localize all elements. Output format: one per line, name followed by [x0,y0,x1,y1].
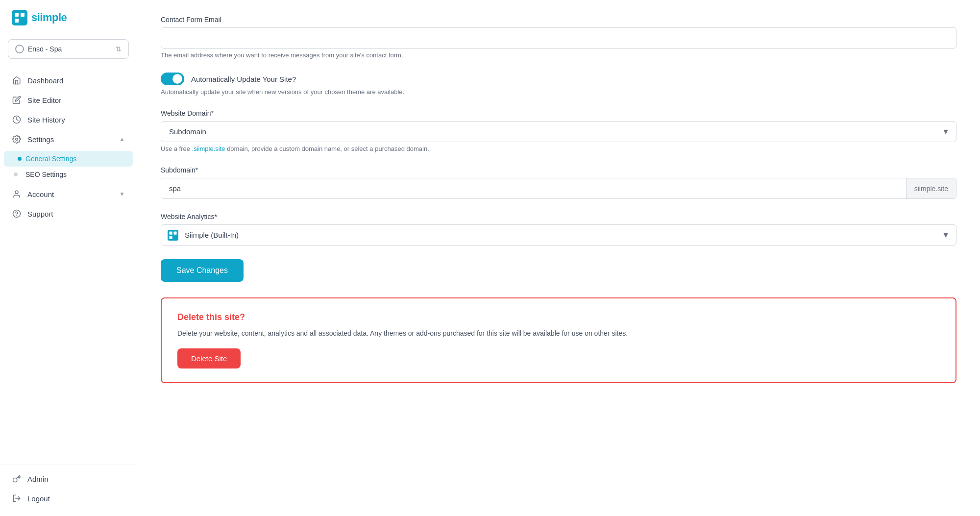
account-chevron-icon: ▼ [119,191,125,197]
svg-rect-0 [12,10,27,25]
sidebar-item-general-settings[interactable]: General Settings [4,151,133,167]
website-domain-group: Website Domain* Subdomain Custom Domain … [161,109,956,152]
logo-icon [12,10,27,25]
auto-update-label: Automatically Update Your Site? [191,75,296,83]
site-circle-icon [15,45,24,53]
website-domain-label: Website Domain* [161,109,956,117]
svg-rect-1 [15,13,19,17]
settings-label: Settings [27,135,113,144]
subdomain-input[interactable] [161,178,906,198]
save-changes-button[interactable]: Save Changes [161,259,244,282]
dashboard-label: Dashboard [27,76,125,85]
delete-description: Delete your website, content, analytics … [177,328,940,339]
website-domain-select[interactable]: Subdomain Custom Domain Purchased Domain [161,121,956,142]
site-editor-label: Site Editor [27,96,125,104]
user-icon [12,189,22,199]
subdomain-label: Subdomain* [161,166,956,174]
analytics-select-wrapper: Siimple (Built-In) Google Analytics None… [161,224,956,246]
settings-chevron-icon: ▲ [119,136,125,143]
help-circle-icon [12,209,22,219]
main-content: Contact Form Email The email address whe… [137,0,980,516]
delete-site-button[interactable]: Delete Site [177,348,241,369]
support-label: Support [27,210,125,218]
sidebar-item-admin[interactable]: Admin [0,469,137,489]
sidebar-item-settings[interactable]: Settings ▲ [0,129,137,149]
sidebar-item-seo-settings[interactable]: SEO Settings [0,167,137,182]
delete-title: Delete this site? [177,312,940,322]
contact-email-hint: The email address where you want to rece… [161,51,956,59]
subdomain-suffix: siimple.site [906,178,956,198]
toggle-thumb [172,74,182,84]
svg-rect-3 [15,19,19,23]
domain-select-wrapper: Subdomain Custom Domain Purchased Domain… [161,121,956,142]
svg-point-5 [16,138,18,141]
analytics-select[interactable]: Siimple (Built-In) Google Analytics None [161,224,956,246]
delete-section: Delete this site? Delete your website, c… [161,297,956,383]
auto-update-hint: Automatically update your site when new … [161,88,956,96]
site-selector-chevron-icon: ⇅ [116,45,122,53]
sidebar-item-account[interactable]: Account ▼ [0,184,137,204]
svg-point-6 [15,191,18,194]
analytics-label: Website Analytics* [161,213,956,221]
site-selector[interactable]: Enso - Spa ⇅ [8,39,129,59]
key-icon [12,474,22,484]
site-history-label: Site History [27,116,125,124]
gear-icon [12,134,22,144]
sidebar-item-logout[interactable]: Logout [0,489,137,508]
general-settings-label: General Settings [25,155,76,163]
sidebar-item-site-editor[interactable]: Site Editor [0,90,137,110]
sidebar-item-dashboard[interactable]: Dashboard [0,71,137,90]
subdomain-input-wrapper: siimple.site [161,178,956,199]
logout-label: Logout [27,494,125,503]
auto-update-group: Automatically Update Your Site? Automati… [161,73,956,96]
logo-text: siimple [31,11,67,24]
account-label: Account [27,190,113,198]
clock-icon [12,115,22,124]
sidebar-item-site-history[interactable]: Site History [0,110,137,129]
seo-settings-label: SEO Settings [25,171,67,178]
subdomain-group: Subdomain* siimple.site [161,166,956,199]
svg-rect-2 [21,13,24,17]
site-name: Enso - Spa [28,45,62,53]
logout-icon [12,493,22,503]
sidebar: siimple Enso - Spa ⇅ Dashboard [0,0,137,516]
contact-email-label: Contact Form Email [161,16,956,24]
settings-subnav: General Settings SEO Settings [0,149,137,184]
website-domain-hint: Use a free .siimple.site domain, provide… [161,145,956,152]
home-icon [12,75,22,85]
inactive-dot-icon [14,172,18,176]
logo-area: siimple [0,0,137,35]
edit-icon [12,95,22,105]
main-nav: Dashboard Site Editor Site History [0,67,137,465]
contact-email-group: Contact Form Email The email address whe… [161,16,956,59]
contact-email-input[interactable] [161,27,956,49]
sidebar-item-support[interactable]: Support [0,204,137,223]
active-dot-icon [18,157,22,161]
auto-update-toggle[interactable] [161,73,184,85]
analytics-group: Website Analytics* Siimple (Built-In) Go… [161,213,956,246]
admin-label: Admin [27,475,125,483]
sidebar-bottom: Admin Logout [0,465,137,516]
